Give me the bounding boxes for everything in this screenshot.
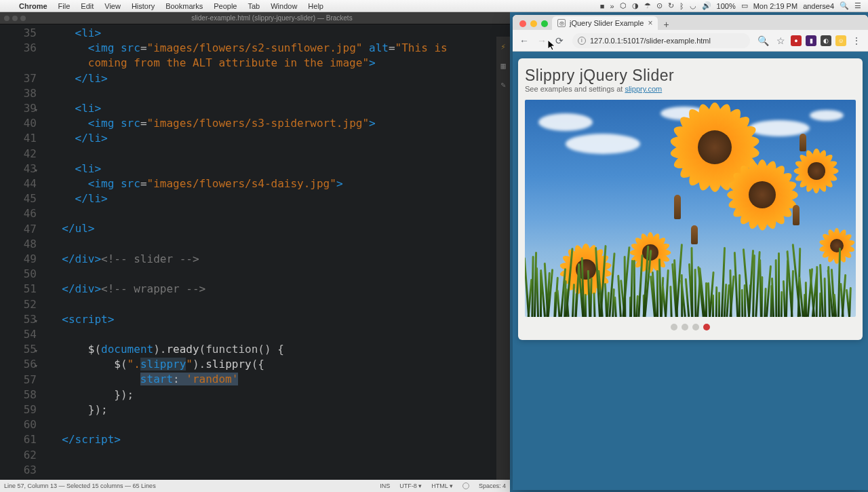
browser-tab[interactable]: ◎ jQuery Slider Example × <box>552 16 658 30</box>
status-icon[interactable]: ■ <box>600 2 605 10</box>
new-tab-button[interactable]: + <box>658 19 674 30</box>
status-ins[interactable]: INS <box>380 482 390 489</box>
slider-pager <box>525 324 856 330</box>
close-window-icon[interactable] <box>519 20 526 27</box>
menu-help[interactable]: Help <box>302 2 329 10</box>
page-content: Slippry jQuery Slider See examples and s… <box>513 52 868 490</box>
site-info-icon[interactable]: i <box>578 37 586 45</box>
chrome-menu-icon[interactable]: ⋮ <box>849 35 864 46</box>
brackets-statusbar: Line 57, Column 13 — Selected 15 columns… <box>0 480 510 492</box>
extension-icon[interactable]: ▮ <box>806 35 816 46</box>
status-language[interactable]: HTML ▾ <box>431 482 453 489</box>
back-button[interactable]: ← <box>517 33 532 48</box>
wifi-icon[interactable]: ◡ <box>690 1 696 10</box>
slippry-link[interactable]: slippry.com <box>625 85 662 93</box>
extension-icon[interactable]: ● <box>791 35 802 46</box>
pager-dot[interactable] <box>692 324 699 330</box>
user-name[interactable]: anderse4 <box>803 2 834 10</box>
minimize-window-icon[interactable] <box>530 20 537 27</box>
extensions: ● ▮ ◐ ☺ <box>791 35 846 46</box>
brackets-sidebar: ⚡ ▦ ✎ <box>496 37 510 480</box>
chrome-window: ◎ jQuery Slider Example × + ← → ⟳ i 127.… <box>513 15 868 490</box>
address-bar[interactable]: i 127.0.0.1:51017/slider-example.html <box>572 33 750 48</box>
status-icon[interactable]: ☂ <box>644 1 651 10</box>
pager-dot[interactable] <box>703 324 710 330</box>
status-cursor: Line 57, Column 13 — Selected 15 columns… <box>4 482 156 489</box>
status-icon[interactable]: ⊙ <box>656 1 663 10</box>
tab-close-icon[interactable]: × <box>648 18 652 28</box>
url-text: 127.0.0.1:51017/slider-example.html <box>590 37 711 45</box>
status-icon[interactable]: ↻ <box>668 1 674 10</box>
battery-icon[interactable]: ▭ <box>741 1 748 10</box>
gutter: 3536 373839▾40414243▾4445464748495051525… <box>0 24 42 480</box>
pager-dot[interactable] <box>671 324 677 330</box>
brackets-titlebar[interactable]: slider-example.html (slippry-jquery-slid… <box>0 12 510 24</box>
slider-heading: Slippry jQuery Slider <box>525 67 856 85</box>
tab-title: jQuery Slider Example <box>570 19 644 27</box>
menu-history[interactable]: History <box>126 2 160 10</box>
menu-window[interactable]: Window <box>265 2 302 10</box>
extension-icon[interactable]: ◐ <box>821 35 831 46</box>
chrome-toolbar: ← → ⟳ i 127.0.0.1:51017/slider-example.h… <box>513 30 868 52</box>
mouse-cursor-icon <box>547 39 557 52</box>
wand-icon[interactable]: ✎ <box>498 80 508 90</box>
brackets-title-text: slider-example.html (slippry-jquery-slid… <box>34 14 510 22</box>
brackets-window: slider-example.html (slippry-jquery-slid… <box>0 12 510 492</box>
clock[interactable]: Mon 2:19 PM <box>753 2 797 10</box>
pager-dot[interactable] <box>682 324 688 330</box>
search-icon[interactable]: 🔍 <box>840 1 849 10</box>
menu-app[interactable]: Chrome <box>14 2 53 10</box>
zoom-icon[interactable]: 🔍 <box>755 33 770 48</box>
menu-icon[interactable]: ☰ <box>854 1 861 10</box>
zoom-window-icon[interactable] <box>541 20 548 27</box>
status-spaces[interactable]: Spaces: 4 <box>479 482 506 489</box>
slider-image[interactable] <box>525 100 856 317</box>
menu-people[interactable]: People <box>208 2 242 10</box>
menu-tab[interactable]: Tab <box>242 2 265 10</box>
status-icon[interactable]: » <box>610 2 614 10</box>
battery-percent: 100% <box>717 2 736 10</box>
extension-icon[interactable]: ▦ <box>498 61 508 71</box>
profile-icon[interactable]: ☺ <box>835 35 846 46</box>
status-linting-icon[interactable] <box>462 482 469 489</box>
menu-edit[interactable]: Edit <box>75 2 99 10</box>
menu-bookmarks[interactable]: Bookmarks <box>160 2 208 10</box>
volume-icon[interactable]: 🔊 <box>702 1 711 10</box>
slider-subheading: See examples and settings at slippry.com <box>525 85 856 93</box>
live-preview-icon[interactable]: ⚡ <box>498 42 508 52</box>
status-icon[interactable]: ⬡ <box>620 1 627 10</box>
bookmark-icon[interactable]: ☆ <box>773 33 788 48</box>
bluetooth-icon[interactable]: ᛒ <box>679 2 684 10</box>
status-encoding[interactable]: UTF-8 ▾ <box>399 482 422 489</box>
menu-view[interactable]: View <box>99 2 126 10</box>
favicon-icon: ◎ <box>557 19 566 27</box>
traffic-lights <box>518 20 552 30</box>
status-icon[interactable]: ◑ <box>632 1 639 10</box>
code-area[interactable]: <li> <img src="images/flowers/s2-sunflow… <box>42 24 510 480</box>
menu-file[interactable]: File <box>53 2 76 10</box>
chrome-tabstrip: ◎ jQuery Slider Example × + <box>513 15 868 30</box>
mac-menubar: Chrome File Edit View History Bookmarks … <box>0 0 868 12</box>
slider-widget: Slippry jQuery Slider See examples and s… <box>518 58 863 340</box>
editor[interactable]: 3536 373839▾40414243▾4445464748495051525… <box>0 24 510 480</box>
